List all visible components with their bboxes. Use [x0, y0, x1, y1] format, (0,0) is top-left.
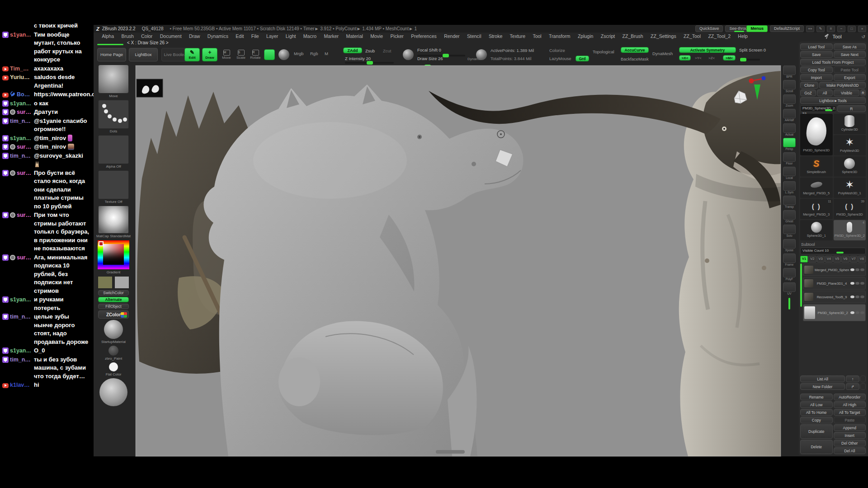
goz-all-button[interactable]: All: [817, 89, 833, 96]
menu-item[interactable]: Movie: [367, 33, 387, 39]
current-material-sphere-large[interactable]: [99, 378, 127, 406]
sculpt-canvas[interactable]: [136, 66, 781, 456]
shelf-tool[interactable]: Solo: [783, 225, 796, 238]
active-tool-slider[interactable]: PM3D_Sphere3D_2. 53: [800, 105, 836, 112]
move-up-button[interactable]: ↑: [846, 375, 859, 382]
main-color-swatch[interactable]: [98, 276, 113, 289]
subtool-thumbnail[interactable]: [804, 279, 813, 287]
shelf-tool-icon[interactable]: [783, 181, 796, 191]
tool-thumbnail[interactable]: 11 Merged_PM3D_3: [800, 199, 833, 219]
shelf-tool[interactable]: Ghost: [783, 210, 796, 224]
export-button[interactable]: Export: [834, 74, 866, 81]
down-small-button[interactable]: [860, 383, 866, 390]
menu-item[interactable]: Tool: [529, 33, 545, 39]
menu-item[interactable]: Zscript: [597, 33, 619, 39]
backfacemask-button[interactable]: BackfaceMask: [621, 56, 649, 61]
edit-button[interactable]: ✎ Edit: [184, 48, 200, 61]
tool-thumbnail[interactable]: 39 PM3D_Sphere3D: [834, 199, 866, 219]
split-screen-slider[interactable]: Split Screen 0: [739, 47, 766, 52]
menu-item[interactable]: Zplugin: [574, 33, 597, 39]
visible-count-slider[interactable]: Visible Count 10: [800, 248, 866, 254]
copy-button[interactable]: Copy: [800, 417, 833, 423]
active-tool-nub[interactable]: [825, 109, 832, 111]
shelf-tool[interactable]: Floor: [783, 152, 796, 166]
menu-item[interactable]: Picker: [387, 33, 407, 39]
focal-shift-nub[interactable]: [443, 54, 449, 57]
palette-icon[interactable]: ✎: [816, 26, 825, 32]
symmetry-x-button[interactable]: >X<: [679, 55, 691, 61]
grd-button[interactable]: Grd: [576, 56, 589, 61]
menu-item[interactable]: File: [248, 33, 263, 39]
shelf-tool[interactable]: Xpose: [783, 239, 796, 253]
up-small-button[interactable]: [860, 375, 866, 382]
append-button[interactable]: Append: [834, 424, 866, 431]
load-tool-button[interactable]: Load Tool: [800, 43, 833, 50]
subtool-tab[interactable]: V5: [833, 256, 841, 263]
tool-thumbnail[interactable]: SimpleBrush: [800, 156, 833, 177]
subtool-tab[interactable]: V4: [825, 256, 833, 263]
zsub-button[interactable]: Zsub: [365, 48, 375, 53]
subtool-row[interactable]: Recovered_Tool5_9: [803, 291, 866, 303]
topological-button[interactable]: Topological: [593, 49, 614, 54]
restore-button[interactable]: □: [848, 26, 856, 32]
copy-tool-button[interactable]: Copy Tool: [800, 66, 833, 73]
paint-toggle-button[interactable]: [264, 49, 275, 60]
symmetry-m-button[interactable]: >M<: [723, 55, 736, 61]
colorize-button[interactable]: Colorize: [549, 48, 565, 53]
list-all-button[interactable]: List All: [800, 375, 845, 382]
m-button[interactable]: M: [325, 51, 328, 56]
menu-item[interactable]: Alpha: [98, 33, 118, 39]
shelf-tool[interactable]: UV: [783, 282, 796, 296]
all-high-button[interactable]: All High: [834, 401, 866, 408]
menu-item[interactable]: Transform: [545, 33, 574, 39]
move-button[interactable]: M Move: [220, 48, 233, 61]
menu-item[interactable]: Draw: [185, 33, 204, 39]
subtool-tab[interactable]: V2: [808, 256, 816, 263]
tool-thumbnail[interactable]: Cylinder3D: [834, 114, 866, 134]
move-down-button[interactable]: ↱: [846, 383, 859, 390]
z-intensity-slider[interactable]: Z Intensity 20: [345, 56, 371, 61]
make-polymesh3d-button[interactable]: Make PolyMesh3D: [819, 82, 866, 89]
activate-symmetry-button[interactable]: Activate Symmetry: [679, 47, 736, 53]
load-tools-from-project-button[interactable]: Load Tools From Project: [800, 59, 866, 66]
mrgb-button[interactable]: Mrgb: [294, 51, 304, 56]
draw-size-slider[interactable]: Draw Size 26: [417, 56, 443, 61]
flat-color-sphere[interactable]: [109, 362, 118, 371]
rotate-button[interactable]: R Rotate: [249, 48, 262, 61]
color-picker[interactable]: [97, 240, 130, 270]
goz-button[interactable]: GoZ: [800, 89, 816, 96]
lazymouse-button[interactable]: LazyMouse: [549, 56, 571, 61]
fill-object-button[interactable]: FillObject: [98, 304, 129, 309]
menu-item[interactable]: Layer: [263, 33, 282, 39]
current-alpha-thumbnail[interactable]: [98, 135, 129, 164]
accucurve-button[interactable]: AccuCurve: [621, 47, 649, 53]
menu-item[interactable]: Stencil: [463, 33, 485, 39]
shelf-tool-icon[interactable]: [783, 123, 796, 133]
z-intensity-track[interactable]: [345, 62, 394, 64]
goz-visible-button[interactable]: Visible: [834, 89, 859, 96]
shelf-tool-icon[interactable]: [783, 239, 796, 249]
shelf-tool[interactable]: Transp: [783, 196, 796, 209]
shelf-tool-icon[interactable]: [783, 152, 796, 162]
shelf-slider[interactable]: [788, 298, 790, 310]
lightbox-tools-button[interactable]: Lightbox►Tools: [800, 97, 866, 104]
menu-item[interactable]: Light: [282, 33, 300, 39]
subtool-thumbnail[interactable]: [804, 293, 813, 301]
save-as-button[interactable]: Save As: [834, 43, 866, 50]
subtool-visibility-icons[interactable]: [850, 296, 864, 298]
quicksave-button[interactable]: QuickSave: [695, 25, 723, 32]
subtool-row[interactable]: PM3D_Sphere3D_2: [803, 304, 866, 321]
zcut-button[interactable]: Zcut: [383, 48, 391, 53]
menu-item[interactable]: ZZ_Settings: [647, 33, 680, 39]
tool-thumbnail[interactable]: PolyMesh3D_1: [834, 178, 866, 198]
split-screen-nub[interactable]: [740, 58, 746, 61]
paste-button[interactable]: Paste: [834, 417, 866, 423]
subtool-tab[interactable]: V3: [817, 256, 825, 263]
subtool-tab[interactable]: V1: [800, 256, 808, 263]
shelf-tool[interactable]: PolyF: [783, 268, 796, 282]
subtool-visibility-icons[interactable]: [850, 311, 864, 314]
lightbox-button[interactable]: LightBox: [129, 48, 158, 61]
focal-shift-slider[interactable]: Focal Shift 0: [417, 47, 441, 52]
zcolor-button[interactable]: ZColor: [98, 310, 129, 319]
menu-item[interactable]: Dynamics: [204, 33, 232, 39]
